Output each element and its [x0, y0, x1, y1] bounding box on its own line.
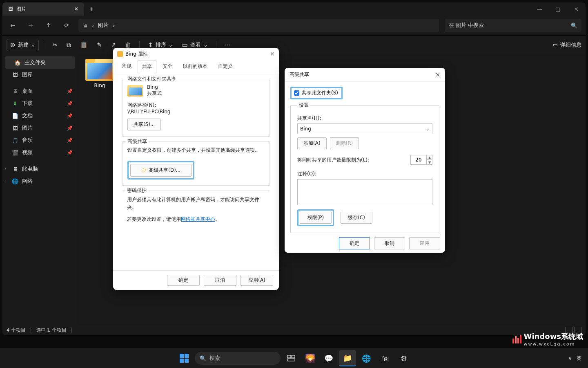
user-limit-row: 将同时共享的用户数量限制为(L): 20 ▲▼: [297, 155, 432, 165]
sidebar-item-downloads[interactable]: ⬇下载📌: [2, 97, 78, 110]
spinner-up-icon[interactable]: ▲: [427, 155, 432, 160]
back-button[interactable]: ←: [7, 19, 19, 31]
ok-button[interactable]: 确定: [339, 237, 370, 249]
sidebar-item-pictures[interactable]: 🖼图片📌: [2, 122, 78, 134]
address-bar: ← → ↑ ⟳ 🖥 › 图片 › 在 图片 中搜索 🔍: [2, 16, 586, 35]
taskbar[interactable]: 🔍 搜索 🌄 💬 📁 🌐 🛍 ⚙ ∧ 英: [0, 348, 588, 368]
sidebar-item-network[interactable]: ›🌐网络: [2, 175, 78, 187]
sidebar-item-gallery[interactable]: 🖼 图库: [2, 69, 78, 81]
highlight-box: 共享此文件夹(S): [290, 87, 343, 99]
sidebar-item-home[interactable]: 🏠 主文件夹: [5, 56, 75, 69]
advanced-sharing-button[interactable]: 🛡 高级共享(D)...: [130, 164, 192, 177]
comment-label: 注释(O):: [297, 171, 432, 177]
minimize-button[interactable]: —: [530, 2, 549, 16]
desktop-icon: 🖥: [11, 88, 19, 95]
store-button[interactable]: 🛍: [377, 350, 393, 366]
folder-icon: 📁: [343, 354, 352, 362]
tab-customize[interactable]: 自定义: [214, 60, 237, 73]
maximize-button[interactable]: □: [549, 2, 567, 16]
share-name-combo[interactable]: Bing ⌄: [297, 123, 432, 134]
sidebar-item-documents[interactable]: 📄文档📌: [2, 110, 78, 122]
details-icon: ▭: [553, 42, 558, 48]
copy-button[interactable]: ⧉: [63, 39, 74, 51]
chevron-down-icon: ⌄: [169, 42, 173, 48]
ime-indicator[interactable]: 英: [577, 355, 581, 362]
window-tab[interactable]: 🖼 图片 ✕: [2, 2, 84, 16]
sidebar-item-thispc[interactable]: ›🖥此电脑: [2, 163, 78, 175]
ok-button[interactable]: 确定: [167, 275, 200, 286]
close-window-button[interactable]: ✕: [567, 2, 586, 16]
spinner-down-icon[interactable]: ▼: [427, 160, 432, 165]
dialog-title: 高级共享: [290, 71, 309, 78]
apply-button[interactable]: 应用(A): [241, 275, 273, 286]
add-button[interactable]: 添加(A): [297, 137, 327, 149]
windows-icon: [180, 354, 189, 363]
cache-button[interactable]: 缓存(C): [341, 212, 372, 224]
network-icon: 🌐: [11, 177, 19, 185]
svg-rect-6: [287, 359, 295, 361]
advanced-sharing-group: 高级共享 设置自定义权限，创建多个共享，并设置其他高级共享选项。 🛡 高级共享(…: [122, 141, 270, 186]
dialog-titlebar[interactable]: 高级共享 ✕: [285, 68, 445, 82]
close-button[interactable]: ✕: [435, 72, 440, 78]
sidebar-item-music[interactable]: 🎵音乐📌: [2, 134, 78, 146]
permissions-button[interactable]: 权限(P): [300, 212, 332, 224]
forward-button[interactable]: →: [24, 19, 37, 31]
sidebar-item-desktop[interactable]: 🖥桌面📌: [2, 85, 78, 97]
dialog-titlebar[interactable]: Bing 属性 ✕: [113, 48, 279, 60]
folder-item-bing[interactable]: Bing: [82, 59, 117, 88]
pin-icon: 📌: [67, 126, 73, 131]
tab-general[interactable]: 常规: [117, 60, 136, 73]
watermark-text: Windows系统域: [524, 332, 583, 341]
details-pane-button[interactable]: ▭ 详细信息: [553, 41, 581, 49]
widgets-button[interactable]: 🌄: [302, 350, 318, 366]
apply-button[interactable]: 应用: [409, 237, 440, 249]
close-button[interactable]: ✕: [270, 51, 275, 57]
limit-value[interactable]: 20: [410, 155, 427, 165]
gallery-icon: 🖼: [11, 71, 19, 79]
remove-button[interactable]: 删除(R): [330, 137, 359, 149]
new-button[interactable]: ⊕ 新建 ⌄: [7, 39, 39, 51]
item-count: 4 个项目: [7, 327, 26, 334]
settings-taskbar-button[interactable]: ⚙: [396, 350, 412, 366]
cancel-button[interactable]: 取消: [204, 275, 236, 286]
highlight-box: 权限(P): [297, 209, 334, 226]
paste-button[interactable]: 📋: [77, 39, 91, 51]
share-button[interactable]: 共享(S)...: [127, 119, 161, 130]
taskbar-search[interactable]: 🔍 搜索: [195, 352, 281, 365]
share-this-folder-checkbox[interactable]: [294, 90, 299, 96]
tab-previous-versions[interactable]: 以前的版本: [178, 60, 212, 73]
svg-rect-2: [180, 359, 184, 363]
search-placeholder: 在 图片 中搜索: [449, 22, 484, 29]
rename-button[interactable]: ✎: [94, 39, 105, 51]
pc-icon: 🖥: [82, 22, 88, 29]
copy-icon: ⧉: [67, 41, 71, 49]
selection-count: 选中 1 个项目: [36, 327, 67, 334]
tab-security[interactable]: 安全: [158, 60, 177, 73]
tab-sharing[interactable]: 共享: [138, 61, 156, 73]
password-desc-1: 用户必须具有此计算机的用户帐户和密码，才能访问共享文件夹。: [127, 196, 265, 211]
cancel-button[interactable]: 取消: [374, 237, 405, 249]
search-input[interactable]: 在 图片 中搜索 🔍: [445, 19, 581, 32]
cut-button[interactable]: ✂: [49, 39, 61, 51]
network-sharing-center-link[interactable]: 网络和共享中心: [181, 216, 215, 222]
refresh-button[interactable]: ⟳: [60, 19, 73, 31]
system-tray[interactable]: ∧ 英: [568, 355, 588, 362]
sidebar-item-videos[interactable]: 🎬视频📌: [2, 146, 78, 159]
user-limit-spinner[interactable]: 20 ▲▼: [410, 155, 432, 165]
breadcrumb-box[interactable]: 🖥 › 图片 ›: [78, 19, 439, 32]
edge-button[interactable]: 🌐: [358, 350, 374, 366]
breadcrumb-item[interactable]: 图片: [98, 22, 109, 29]
comment-textarea[interactable]: [297, 179, 432, 205]
tray-chevron-icon[interactable]: ∧: [568, 355, 572, 361]
new-tab-button[interactable]: ＋: [84, 2, 99, 16]
file-explorer-taskbar-button[interactable]: 📁: [339, 350, 356, 366]
task-view-button[interactable]: [283, 350, 299, 366]
share-status-row: Bing 共享式: [127, 84, 265, 97]
watermark-icon: [512, 335, 521, 343]
close-tab-icon[interactable]: ✕: [74, 6, 78, 12]
home-icon: 🏠: [14, 59, 21, 66]
chat-button[interactable]: 💬: [321, 350, 337, 366]
up-button[interactable]: ↑: [42, 19, 55, 31]
widgets-icon: 🌄: [305, 353, 315, 363]
start-button[interactable]: [176, 350, 192, 366]
